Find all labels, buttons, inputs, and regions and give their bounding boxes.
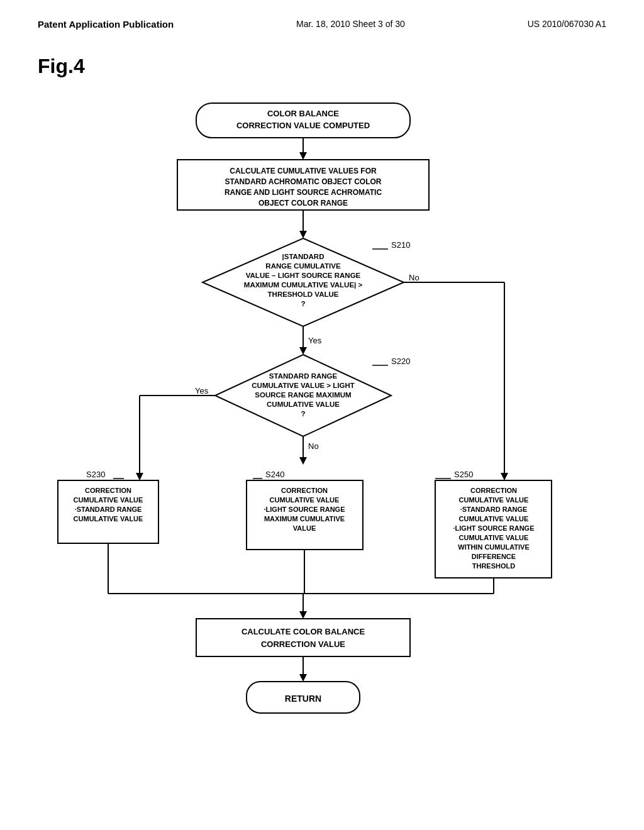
svg-text:S240: S240 xyxy=(265,470,284,479)
svg-text:THRESHOLD VALUE: THRESHOLD VALUE xyxy=(268,290,339,298)
svg-text:No: No xyxy=(308,441,319,451)
svg-text:SOURCE RANGE MAXIMUM: SOURCE RANGE MAXIMUM xyxy=(255,391,351,399)
svg-text:COLOR BALANCE: COLOR BALANCE xyxy=(267,109,339,118)
svg-marker-44 xyxy=(501,473,508,480)
svg-text:CORRECTION VALUE: CORRECTION VALUE xyxy=(261,639,345,649)
svg-text:CUMULATIVE VALUE: CUMULATIVE VALUE xyxy=(459,534,529,541)
svg-text:MAXIMUM CUMULATIVE: MAXIMUM CUMULATIVE xyxy=(264,515,345,523)
svg-text:S210: S210 xyxy=(391,240,410,250)
svg-text:·STANDARD RANGE: ·STANDARD RANGE xyxy=(75,506,142,513)
svg-text:CORRECTION: CORRECTION xyxy=(85,487,131,494)
svg-text:S250: S250 xyxy=(454,470,473,479)
svg-text:?: ? xyxy=(301,410,305,418)
svg-text:CUMULATIVE VALUE: CUMULATIVE VALUE xyxy=(459,496,529,504)
svg-marker-13 xyxy=(299,231,307,238)
svg-text:CUMULATIVE VALUE: CUMULATIVE VALUE xyxy=(74,515,143,523)
svg-text:CUMULATIVE VALUE: CUMULATIVE VALUE xyxy=(267,401,340,408)
flowchart: COLOR BALANCE CORRECTION VALUE COMPUTED … xyxy=(52,97,592,778)
page: Patent Application Publication Mar. 18, … xyxy=(0,0,644,830)
svg-text:CORRECTION VALUE COMPUTED: CORRECTION VALUE COMPUTED xyxy=(236,121,370,130)
svg-marker-78 xyxy=(299,611,307,619)
svg-text:RETURN: RETURN xyxy=(285,694,321,704)
svg-text:·LIGHT SOURCE RANGE: ·LIGHT SOURCE RANGE xyxy=(264,506,345,513)
header: Patent Application Publication Mar. 18, … xyxy=(38,19,606,30)
svg-text:THRESHOLD: THRESHOLD xyxy=(472,562,516,570)
svg-text:RANGE AND LIGHT SOURCE ACHROMA: RANGE AND LIGHT SOURCE ACHROMATIC xyxy=(225,188,382,197)
svg-text:CALCULATE COLOR BALANCE: CALCULATE COLOR BALANCE xyxy=(242,627,365,636)
svg-text:STANDARD RANGE: STANDARD RANGE xyxy=(269,372,338,380)
header-center: Mar. 18, 2010 Sheet 3 of 30 xyxy=(296,19,405,29)
svg-text:S230: S230 xyxy=(86,470,105,479)
svg-text:?: ? xyxy=(301,300,305,307)
svg-text:OBJECT COLOR RANGE: OBJECT COLOR RANGE xyxy=(258,199,348,208)
svg-text:DIFFERENCE: DIFFERENCE xyxy=(472,553,516,560)
svg-marker-41 xyxy=(136,473,143,480)
svg-text:CUMULATIVE VALUE: CUMULATIVE VALUE xyxy=(74,496,143,504)
svg-text:CALCULATE CUMULATIVE VALUES FO: CALCULATE CUMULATIVE VALUES FOR xyxy=(230,167,377,175)
svg-text:MAXIMUM CUMULATIVE VALUE| >: MAXIMUM CUMULATIVE VALUE| > xyxy=(244,281,363,289)
svg-text:WITHIN CUMULATIVE: WITHIN CUMULATIVE xyxy=(458,543,529,551)
svg-text:S220: S220 xyxy=(391,357,410,366)
svg-marker-4 xyxy=(299,152,307,160)
header-left: Patent Application Publication xyxy=(38,19,174,30)
header-right: US 2010/067030 A1 xyxy=(528,19,606,29)
svg-marker-25 xyxy=(299,347,307,355)
svg-marker-85 xyxy=(299,674,307,682)
svg-rect-81 xyxy=(196,619,410,656)
svg-text:No: No xyxy=(409,273,419,282)
fig-label: Fig.4 xyxy=(38,55,606,78)
svg-text:·LIGHT SOURCE RANGE: ·LIGHT SOURCE RANGE xyxy=(453,524,535,532)
flowchart-svg: COLOR BALANCE CORRECTION VALUE COMPUTED … xyxy=(52,97,592,776)
svg-text:VALUE: VALUE xyxy=(293,524,316,532)
svg-text:CUMULATIVE VALUE > LIGHT: CUMULATIVE VALUE > LIGHT xyxy=(252,382,354,389)
svg-text:Yes: Yes xyxy=(308,336,322,345)
svg-text:VALUE – LIGHT SOURCE RANGE: VALUE – LIGHT SOURCE RANGE xyxy=(246,272,361,279)
svg-text:CUMULATIVE VALUE: CUMULATIVE VALUE xyxy=(270,496,340,504)
svg-text:Yes: Yes xyxy=(195,386,209,396)
svg-text:CORRECTION: CORRECTION xyxy=(470,487,517,494)
svg-text:STANDARD ACHROMATIC OBJECT COL: STANDARD ACHROMATIC OBJECT COLOR xyxy=(225,177,381,186)
svg-text:·STANDARD RANGE: ·STANDARD RANGE xyxy=(460,506,528,513)
svg-text:CORRECTION: CORRECTION xyxy=(281,487,328,494)
svg-text:RANGE CUMULATIVE: RANGE CUMULATIVE xyxy=(265,262,341,270)
svg-text:|STANDARD: |STANDARD xyxy=(282,253,325,260)
svg-marker-38 xyxy=(299,457,307,465)
svg-text:CUMULATIVE VALUE: CUMULATIVE VALUE xyxy=(459,515,529,523)
